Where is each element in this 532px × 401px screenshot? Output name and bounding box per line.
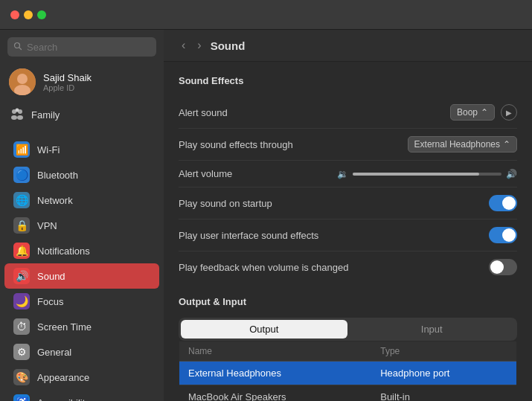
sidebar-item-label-focus: Focus (37, 296, 63, 307)
notifications-icon: 🔔 (13, 243, 30, 259)
col-name: Name (179, 341, 372, 362)
content-pane: ‹ › Sound Sound Effects Alert sound Boop… (164, 30, 532, 401)
device-type-1: Headphone port (371, 362, 516, 385)
startup-sound-label: Play sound on startup (179, 198, 272, 209)
network-icon: 🌐 (13, 192, 30, 208)
user-section[interactable]: Sajid Shaik Apple ID (0, 64, 164, 100)
sidebar-item-label-bluetooth: Bluetooth (37, 170, 78, 181)
tab-input[interactable]: Input (349, 320, 516, 339)
sidebar-item-label-notifications: Notifications (37, 246, 90, 257)
sidebar-item-accessibility[interactable]: ♿Accessibility (4, 390, 159, 401)
device-name-1: External Headphones (179, 362, 372, 385)
sidebar: Sajid Shaik Apple ID Family 📶Wi-Fi🔵Bluet… (0, 30, 164, 401)
startup-sound-row: Play sound on startup (179, 187, 517, 219)
device-type-2: Built-in (371, 385, 516, 402)
content-body: Sound Effects Alert sound Boop ⌃ ▶ Play … (164, 62, 532, 401)
sidebar-item-screentime[interactable]: ⏱Screen Time (4, 314, 159, 339)
ui-sounds-label: Play user interface sound effects (179, 230, 318, 241)
sidebar-item-label-accessibility: Accessibility (37, 397, 90, 402)
play-through-label: Play sound effects through (179, 139, 293, 150)
alert-sound-dropdown[interactable]: Boop ⌃ (450, 104, 495, 121)
svg-line-1 (19, 48, 22, 50)
user-info: Sajid Shaik Apple ID (43, 72, 92, 92)
search-input[interactable] (27, 42, 150, 53)
alert-volume-row: Alert volume 🔉 🔊 (179, 161, 517, 187)
sidebar-item-vpn[interactable]: 🔒VPN (4, 213, 159, 238)
output-input-title: Output & Input (179, 296, 517, 307)
sidebar-item-label-network: Network (37, 195, 73, 206)
user-apple-id: Apple ID (43, 83, 92, 92)
output-input-section: Output & Input Output Input Name Type (179, 296, 517, 401)
startup-sound-toggle[interactable] (489, 195, 517, 211)
sidebar-item-label-screentime: Screen Time (37, 321, 92, 333)
appearance-icon: 🎨 (13, 369, 30, 385)
content-title: Sound (211, 39, 246, 52)
play-through-dropdown[interactable]: External Headphones ⌃ (408, 136, 517, 153)
user-name: Sajid Shaik (43, 72, 92, 83)
search-box[interactable] (7, 37, 156, 57)
sidebar-item-appearance[interactable]: 🎨Appearance (4, 365, 159, 390)
traffic-lights (10, 10, 46, 19)
feedback-label: Play feedback when volume is changed (179, 262, 348, 273)
close-button[interactable] (10, 10, 19, 19)
sound-effects-section: Sound Effects Alert sound Boop ⌃ ▶ Play … (179, 75, 517, 283)
play-alert-button[interactable]: ▶ (501, 104, 517, 121)
back-button[interactable]: ‹ (179, 37, 188, 54)
svg-point-3 (17, 74, 28, 84)
vpn-icon: 🔒 (13, 217, 30, 234)
feedback-toggle[interactable] (489, 259, 517, 275)
sidebar-item-label-appearance: Appearance (37, 372, 89, 383)
svg-point-9 (17, 115, 23, 120)
ui-sounds-toggle[interactable] (489, 227, 517, 243)
tab-output[interactable]: Output (181, 320, 347, 339)
sidebar-item-bluetooth[interactable]: 🔵Bluetooth (4, 162, 159, 187)
forward-button[interactable]: › (194, 37, 204, 54)
sidebar-item-family[interactable]: Family (0, 103, 164, 126)
output-input-tabs: Output Input (179, 318, 517, 341)
sidebar-item-focus[interactable]: 🌙Focus (4, 289, 159, 314)
sidebar-item-label-sound: Sound (37, 271, 65, 282)
play-through-row: Play sound effects through External Head… (179, 129, 517, 161)
alert-sound-row: Alert sound Boop ⌃ ▶ (179, 97, 517, 129)
table-row[interactable]: MacBook Air Speakers Built-in (179, 385, 517, 402)
alert-volume-label: Alert volume (179, 168, 232, 179)
accessibility-icon: ♿ (13, 394, 30, 401)
vol-low-icon: 🔉 (337, 169, 348, 179)
content-header: ‹ › Sound (164, 30, 532, 62)
maximize-button[interactable] (37, 10, 46, 19)
volume-slider-container: 🔉 🔊 (337, 169, 517, 179)
svg-point-7 (16, 109, 19, 112)
family-icon (9, 106, 25, 123)
vol-high-icon: 🔊 (506, 169, 517, 179)
sidebar-item-general[interactable]: ⚙General (4, 339, 159, 365)
svg-point-8 (11, 115, 17, 120)
col-type: Type (371, 341, 516, 362)
title-bar (0, 0, 532, 30)
focus-icon: 🌙 (13, 293, 30, 309)
screentime-icon: ⏱ (13, 318, 30, 335)
alert-volume-slider[interactable] (353, 173, 501, 176)
output-table: Name Type External Headphones Headphone … (179, 341, 517, 401)
sidebar-item-label-vpn: VPN (37, 220, 57, 231)
sound-effects-title: Sound Effects (179, 75, 517, 86)
search-icon (13, 40, 22, 54)
minimize-button[interactable] (24, 10, 33, 19)
sound-icon: 🔊 (13, 268, 30, 284)
general-icon: ⚙ (13, 344, 30, 360)
alert-sound-label: Alert sound (179, 107, 228, 118)
wifi-icon: 📶 (13, 141, 30, 158)
bluetooth-icon: 🔵 (13, 167, 30, 183)
main-layout: Sajid Shaik Apple ID Family 📶Wi-Fi🔵Bluet… (0, 30, 532, 401)
feedback-row: Play feedback when volume is changed (179, 251, 517, 283)
sidebar-item-notifications[interactable]: 🔔Notifications (4, 238, 159, 263)
sidebar-item-label-general: General (37, 347, 71, 358)
table-row[interactable]: External Headphones Headphone port (179, 362, 517, 385)
family-label: Family (31, 109, 60, 121)
device-name-2: MacBook Air Speakers (179, 385, 372, 402)
sidebar-item-sound[interactable]: 🔊Sound (4, 263, 159, 289)
avatar (9, 68, 36, 95)
sidebar-item-network[interactable]: 🌐Network (4, 187, 159, 213)
sidebar-item-wifi[interactable]: 📶Wi-Fi (4, 137, 159, 162)
sidebar-item-label-wifi: Wi-Fi (37, 144, 60, 155)
ui-sounds-row: Play user interface sound effects (179, 219, 517, 251)
